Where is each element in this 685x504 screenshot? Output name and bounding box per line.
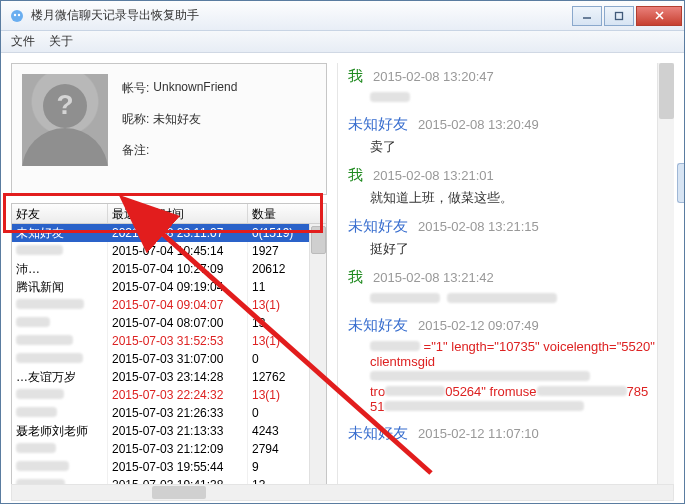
sender: 未知好友 bbox=[348, 115, 408, 134]
sender: 我 bbox=[348, 166, 363, 185]
table-row[interactable]: 2015-07-03 21:12:092794 bbox=[12, 440, 326, 458]
table-row[interactable]: 2015-07-03 21:26:330 bbox=[12, 404, 326, 422]
menu-file[interactable]: 文件 bbox=[11, 33, 35, 50]
table-row[interactable]: 沛…2015-07-04 10:27:0920612 bbox=[12, 260, 326, 278]
menu-about[interactable]: 关于 bbox=[49, 33, 73, 50]
timestamp: 2015-02-08 13:20:49 bbox=[418, 117, 539, 132]
scrollbar-thumb[interactable] bbox=[152, 486, 206, 499]
message-body: 就知道上班，做菜这些。 bbox=[348, 189, 668, 207]
table-row[interactable]: 腾讯新闻2015-07-04 09:19:0411 bbox=[12, 278, 326, 296]
table-row[interactable]: …友谊万岁2015-07-03 23:14:2812762 bbox=[12, 368, 326, 386]
message-header: 未知好友2015-02-12 11:07:10 bbox=[348, 424, 668, 443]
message-header: 我2015-02-08 13:21:42 bbox=[348, 268, 668, 287]
horizontal-scrollbar[interactable] bbox=[11, 484, 674, 501]
close-button[interactable] bbox=[636, 6, 682, 26]
chat-pane: 我2015-02-08 13:20:47未知好友2015-02-08 13:20… bbox=[337, 63, 674, 493]
app-window: 楼月微信聊天记录导出恢复助手 文件 关于 帐号:UnknownFriend 昵称… bbox=[0, 0, 685, 504]
message-body: 卖了 bbox=[348, 138, 668, 156]
timestamp: 2015-02-08 13:21:15 bbox=[418, 219, 539, 234]
nick-label: 昵称: bbox=[122, 111, 149, 128]
timestamp: 2015-02-08 13:21:42 bbox=[373, 270, 494, 285]
sender: 未知好友 bbox=[348, 424, 408, 443]
app-icon bbox=[9, 8, 25, 24]
col-count[interactable]: 数量 bbox=[248, 204, 308, 223]
nick-value: 未知好友 bbox=[153, 111, 201, 128]
menu-bar: 文件 关于 bbox=[1, 31, 684, 53]
message-header: 未知好友2015-02-08 13:20:49 bbox=[348, 115, 668, 134]
friend-table: 好友 最近聊天时间 数量 未知好友2021-11-08 23:11:070(15… bbox=[11, 203, 327, 493]
table-row[interactable]: 2015-07-03 22:24:3213(1) bbox=[12, 386, 326, 404]
table-row[interactable]: 2015-07-03 31:52:5313(1) bbox=[12, 332, 326, 350]
table-row[interactable]: 2015-07-04 09:04:0713(1) bbox=[12, 296, 326, 314]
window-title: 楼月微信聊天记录导出恢复助手 bbox=[31, 7, 570, 24]
timestamp: 2015-02-08 13:21:01 bbox=[373, 168, 494, 183]
timestamp: 2015-02-12 11:07:10 bbox=[418, 426, 539, 441]
message-body: 挺好了 bbox=[348, 240, 668, 258]
timestamp: 2015-02-12 09:07:49 bbox=[418, 318, 539, 333]
svg-point-1 bbox=[14, 13, 16, 15]
avatar bbox=[22, 74, 108, 166]
maximize-button[interactable] bbox=[604, 6, 634, 26]
message-body: ="1" length="10735" voicelength="5520" c… bbox=[348, 339, 668, 414]
sender: 我 bbox=[348, 268, 363, 287]
message-body bbox=[348, 90, 668, 105]
svg-point-0 bbox=[11, 10, 23, 22]
scrollbar-thumb[interactable] bbox=[311, 226, 326, 254]
minimize-button[interactable] bbox=[572, 6, 602, 26]
sender: 我 bbox=[348, 67, 363, 86]
svg-point-2 bbox=[18, 13, 20, 15]
title-bar[interactable]: 楼月微信聊天记录导出恢复助手 bbox=[1, 1, 684, 31]
col-name[interactable]: 好友 bbox=[12, 204, 108, 223]
message-body bbox=[348, 291, 668, 306]
scrollbar-thumb[interactable] bbox=[659, 63, 674, 119]
sender: 未知好友 bbox=[348, 316, 408, 335]
account-value: UnknownFriend bbox=[153, 80, 237, 97]
sender: 未知好友 bbox=[348, 217, 408, 236]
table-row[interactable]: 2015-07-03 31:07:000 bbox=[12, 350, 326, 368]
timestamp: 2015-02-08 13:20:47 bbox=[373, 69, 494, 84]
table-row[interactable]: 2015-07-03 19:55:449 bbox=[12, 458, 326, 476]
message-header: 未知好友2015-02-12 09:07:49 bbox=[348, 316, 668, 335]
side-tab[interactable] bbox=[677, 163, 684, 203]
table-row[interactable]: 未知好友2021-11-08 23:11:070(1519) bbox=[12, 224, 326, 242]
remark-label: 备注: bbox=[122, 142, 149, 159]
chat-scrollbar[interactable] bbox=[657, 63, 674, 493]
table-row[interactable]: 2015-07-04 10:45:141927 bbox=[12, 242, 326, 260]
message-header: 未知好友2015-02-08 13:21:15 bbox=[348, 217, 668, 236]
table-row[interactable]: 聂老师刘老师2015-07-03 21:13:334243 bbox=[12, 422, 326, 440]
message-header: 我2015-02-08 13:20:47 bbox=[348, 67, 668, 86]
col-time[interactable]: 最近聊天时间 bbox=[108, 204, 248, 223]
table-row[interactable]: 2015-07-04 08:07:0013 bbox=[12, 314, 326, 332]
message-header: 我2015-02-08 13:21:01 bbox=[348, 166, 668, 185]
account-label: 帐号: bbox=[122, 80, 149, 97]
profile-panel: 帐号:UnknownFriend 昵称:未知好友 备注: bbox=[11, 63, 327, 195]
svg-rect-4 bbox=[616, 12, 623, 19]
table-header: 好友 最近聊天时间 数量 bbox=[12, 204, 326, 224]
left-pane: 帐号:UnknownFriend 昵称:未知好友 备注: 好友 最近聊天时间 数… bbox=[11, 63, 327, 493]
table-scrollbar[interactable] bbox=[309, 224, 326, 492]
